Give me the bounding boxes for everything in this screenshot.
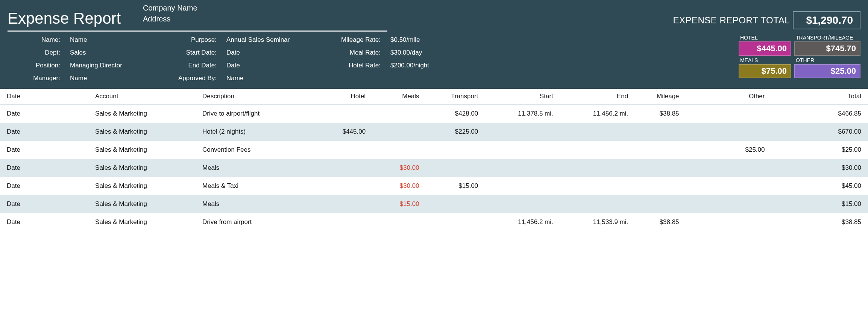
cell-account[interactable]: Sales & Marketing [88, 159, 196, 177]
cell-other[interactable] [686, 213, 772, 231]
cell-start[interactable] [485, 159, 560, 177]
purpose-label: Purpose: [141, 36, 217, 44]
cell-mileage[interactable]: $38.85 [635, 213, 686, 231]
cell-description[interactable]: Meals [196, 159, 322, 177]
cell-date[interactable]: Date [0, 141, 88, 159]
cell-transport[interactable] [426, 195, 485, 213]
cell-end[interactable] [560, 141, 635, 159]
cell-total[interactable]: $30.00 [772, 159, 868, 177]
cell-date[interactable]: Date [0, 159, 88, 177]
cell-meals[interactable] [372, 213, 426, 231]
cell-total[interactable]: $45.00 [772, 177, 868, 195]
cell-transport[interactable] [426, 159, 485, 177]
cell-account[interactable]: Sales & Marketing [88, 177, 196, 195]
cell-description[interactable]: Meals [196, 195, 322, 213]
cell-hotel[interactable] [322, 177, 372, 195]
cell-mileage[interactable] [635, 195, 686, 213]
cell-description[interactable]: Drive from airport [196, 213, 322, 231]
cell-hotel[interactable] [322, 104, 372, 123]
approved-by-label: Approved By: [141, 75, 217, 82]
cell-meals[interactable] [372, 141, 426, 159]
cell-other[interactable] [686, 104, 772, 123]
cell-end[interactable] [560, 123, 635, 141]
cell-total[interactable]: $670.00 [772, 123, 868, 141]
cell-start[interactable]: 11,456.2 mi. [485, 213, 560, 231]
hotel-cat-title: HOTEL [739, 34, 791, 41]
cell-start[interactable]: 11,378.5 mi. [485, 104, 560, 123]
start-date-value: Date [226, 49, 313, 56]
cell-end[interactable] [560, 177, 635, 195]
cell-mileage[interactable]: $38.85 [635, 104, 686, 123]
cell-account[interactable]: Sales & Marketing [88, 141, 196, 159]
name-value: Name [70, 36, 141, 44]
cell-description[interactable]: Drive to airport/flight [196, 104, 322, 123]
cell-end[interactable] [560, 159, 635, 177]
cell-hotel[interactable] [322, 141, 372, 159]
col-total: Total [772, 89, 868, 104]
col-mileage: Mileage [635, 89, 686, 104]
cell-description[interactable]: Convention Fees [196, 141, 322, 159]
cell-mileage[interactable] [635, 177, 686, 195]
cell-meals[interactable] [372, 104, 426, 123]
col-start: Start [485, 89, 560, 104]
cell-other[interactable] [686, 177, 772, 195]
cell-start[interactable] [485, 141, 560, 159]
cell-other[interactable] [686, 123, 772, 141]
start-date-label: Start Date: [141, 49, 217, 56]
cell-start[interactable] [485, 123, 560, 141]
cell-meals[interactable] [372, 123, 426, 141]
cell-total[interactable]: $38.85 [772, 213, 868, 231]
cell-transport[interactable]: $225.00 [426, 123, 485, 141]
hotel-cat-amount: $445.00 [739, 41, 791, 56]
cell-transport[interactable]: $428.00 [426, 104, 485, 123]
other-cat-amount: $25.00 [794, 64, 860, 78]
cell-meals[interactable]: $30.00 [372, 159, 426, 177]
cell-end[interactable]: 11,533.9 mi. [560, 213, 635, 231]
cell-mileage[interactable] [635, 123, 686, 141]
cell-hotel[interactable] [322, 159, 372, 177]
header-divider [8, 30, 387, 32]
cell-start[interactable] [485, 177, 560, 195]
cell-total[interactable]: $25.00 [772, 141, 868, 159]
info-grid: Name: Name Dept: Sales Position: Managin… [8, 36, 860, 82]
cell-meals[interactable]: $30.00 [372, 177, 426, 195]
cell-account[interactable]: Sales & Marketing [88, 195, 196, 213]
category-summary: HOTEL $445.00 TRANSPORT/MILEAGE $745.70 … [739, 34, 860, 78]
cell-total[interactable]: $466.85 [772, 104, 868, 123]
cell-description[interactable]: Meals & Taxi [196, 177, 322, 195]
cell-account[interactable]: Sales & Marketing [88, 123, 196, 141]
cell-date[interactable]: Date [0, 104, 88, 123]
cell-end[interactable]: 11,456.2 mi. [560, 104, 635, 123]
col-date: Date [0, 89, 88, 104]
table-row: DateSales & MarketingHotel (2 nights)$44… [0, 123, 868, 141]
cell-hotel[interactable] [322, 213, 372, 231]
cell-account[interactable]: Sales & Marketing [88, 104, 196, 123]
cell-date[interactable]: Date [0, 123, 88, 141]
company-block: Company Name Address [143, 4, 197, 26]
cell-other[interactable] [686, 159, 772, 177]
cell-transport[interactable] [426, 141, 485, 159]
cell-other[interactable]: $25.00 [686, 141, 772, 159]
cell-mileage[interactable] [635, 159, 686, 177]
cell-description[interactable]: Hotel (2 nights) [196, 123, 322, 141]
grand-total-value: $1,290.70 [793, 11, 860, 29]
cell-date[interactable]: Date [0, 177, 88, 195]
cell-transport[interactable] [426, 213, 485, 231]
cell-date[interactable]: Date [0, 195, 88, 213]
col-description: Description [196, 89, 322, 104]
approved-by-value: Name [226, 75, 313, 82]
cell-other[interactable] [686, 195, 772, 213]
cell-account[interactable]: Sales & Marketing [88, 213, 196, 231]
hotel-rate-label: Hotel Rate: [313, 62, 381, 69]
cell-hotel[interactable] [322, 195, 372, 213]
table-row: DateSales & MarketingMeals$15.00$15.00 [0, 195, 868, 213]
dept-label: Dept: [8, 49, 60, 56]
cell-end[interactable] [560, 195, 635, 213]
cell-meals[interactable]: $15.00 [372, 195, 426, 213]
cell-mileage[interactable] [635, 141, 686, 159]
cell-transport[interactable]: $15.00 [426, 177, 485, 195]
cell-date[interactable]: Date [0, 213, 88, 231]
cell-hotel[interactable]: $445.00 [322, 123, 372, 141]
cell-total[interactable]: $15.00 [772, 195, 868, 213]
cell-start[interactable] [485, 195, 560, 213]
